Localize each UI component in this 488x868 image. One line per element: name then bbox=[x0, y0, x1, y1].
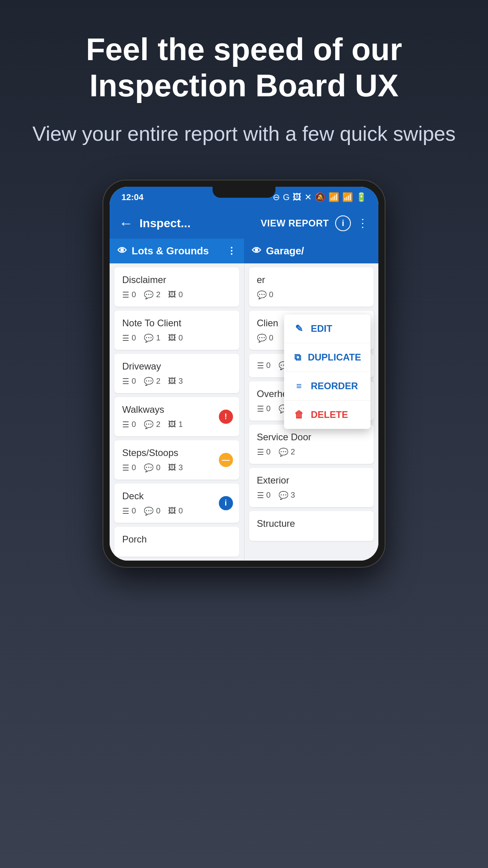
item-title: Steps/Stoops bbox=[122, 447, 231, 458]
menu-delete[interactable]: 🗑 DELETE bbox=[284, 401, 371, 429]
comment-icon: 💬 bbox=[144, 333, 154, 343]
photo-icon: 🖼 bbox=[168, 420, 176, 429]
comment-stat: 💬 2 bbox=[279, 447, 295, 457]
photo-stat: 🖼 3 bbox=[168, 463, 183, 472]
list-item[interactable]: Driveway ☰ 0 💬 2 🖼 bbox=[114, 354, 239, 393]
header-section: Feel the speed of our Inspection Board U… bbox=[0, 0, 488, 164]
edit-label: EDIT bbox=[311, 323, 332, 334]
back-button[interactable]: ← bbox=[119, 215, 133, 232]
photo-stat: 🖼 0 bbox=[168, 333, 183, 342]
item-stats: ☰ 0 💬 1 🖼 0 bbox=[122, 333, 231, 343]
delete-icon: 🗑 bbox=[294, 409, 305, 420]
item-title: Porch bbox=[122, 534, 231, 545]
duplicate-label: DUPLICATE bbox=[308, 352, 361, 363]
photo-icon: 🖼 bbox=[168, 463, 176, 472]
list-item[interactable]: Note To Client ☰ 0 💬 1 🖼 bbox=[114, 311, 239, 350]
list-count: 0 bbox=[266, 491, 271, 500]
status-badge-red: ! bbox=[219, 410, 233, 424]
list-item[interactable]: Exterior ☰ 0 💬 3 bbox=[249, 468, 374, 507]
list-stat: ☰ 0 bbox=[122, 420, 136, 429]
comment-count: 0 bbox=[156, 506, 160, 515]
comment-stat: 💬 0 bbox=[144, 506, 160, 516]
item-title: Disclaimer bbox=[122, 274, 231, 285]
tab-more-button[interactable]: ⋮ bbox=[227, 245, 236, 256]
comment-count: 0 bbox=[269, 333, 273, 342]
list-count: 0 bbox=[266, 447, 271, 456]
item-stats: ☰ 0 💬 0 🖼 0 bbox=[122, 506, 231, 516]
tab-garage[interactable]: 👁 Garage/ bbox=[244, 239, 378, 263]
list-stat: ☰ 0 bbox=[122, 377, 136, 386]
item-title: Driveway bbox=[122, 361, 231, 372]
list-item[interactable]: er 💬 0 bbox=[249, 267, 374, 307]
item-title: Walkways bbox=[122, 404, 231, 415]
comment-stat: 💬 0 bbox=[144, 463, 160, 473]
item-stats: ☰ 0 💬 0 🖼 3 bbox=[122, 463, 231, 473]
status-badge-blue: i bbox=[219, 496, 233, 510]
comment-stat: 💬 0 bbox=[257, 290, 273, 300]
mute-icon: 🔕 bbox=[315, 192, 325, 202]
menu-edit[interactable]: ✎ EDIT bbox=[284, 314, 371, 343]
list-count: 0 bbox=[266, 404, 271, 413]
info-button[interactable]: i bbox=[335, 215, 351, 231]
photo-count: 0 bbox=[178, 333, 183, 342]
list-item[interactable]: Disclaimer ☰ 0 💬 2 🖼 bbox=[114, 267, 239, 307]
comment-icon: 💬 bbox=[279, 491, 288, 500]
more-options-button[interactable]: ⋮ bbox=[357, 217, 369, 230]
list-stat: ☰ 0 bbox=[257, 491, 271, 500]
tab-lots-grounds[interactable]: 👁 Lots & Grounds ⋮ bbox=[110, 239, 244, 263]
photo-count: 1 bbox=[178, 420, 183, 429]
list-item[interactable]: Porch bbox=[114, 527, 239, 557]
item-stats: ☰ 0 💬 2 🖼 0 bbox=[122, 290, 231, 300]
comment-count: 3 bbox=[291, 491, 295, 500]
list-stat: ☰ 0 bbox=[257, 404, 271, 414]
comment-stat: 💬 3 bbox=[279, 491, 295, 500]
wifi-icon: 📶 bbox=[328, 192, 339, 202]
comment-stat: 💬 1 bbox=[144, 333, 160, 343]
delete-label: DELETE bbox=[311, 409, 348, 420]
list-icon: ☰ bbox=[257, 447, 264, 457]
list-stat: ☰ 0 bbox=[122, 506, 136, 516]
reorder-label: REORDER bbox=[311, 381, 358, 392]
list-icon: ☰ bbox=[257, 361, 264, 370]
info-icon: i bbox=[342, 218, 344, 228]
view-report-button[interactable]: VIEW REPORT bbox=[261, 218, 329, 229]
list-count: 0 bbox=[132, 333, 136, 342]
list-item[interactable]: Deck ☰ 0 💬 0 🖼 bbox=[114, 484, 239, 523]
left-column: Disclaimer ☰ 0 💬 2 🖼 bbox=[110, 263, 244, 561]
photo-icon: 🖼 bbox=[168, 333, 176, 342]
close-icon: ✕ bbox=[305, 192, 312, 202]
list-stat: ☰ 0 bbox=[257, 447, 271, 457]
list-icon: ☰ bbox=[122, 506, 129, 516]
menu-reorder[interactable]: ≡ REORDER bbox=[284, 372, 371, 401]
phone-notch bbox=[213, 187, 275, 198]
list-item[interactable]: Structure bbox=[249, 511, 374, 541]
list-item[interactable]: Steps/Stoops ☰ 0 💬 0 🖼 bbox=[114, 440, 239, 480]
comment-icon: 💬 bbox=[144, 420, 154, 429]
item-title: er bbox=[257, 274, 366, 285]
photo-count: 0 bbox=[178, 290, 183, 299]
photo-stat: 🖼 1 bbox=[168, 420, 183, 429]
comment-stat: 💬 2 bbox=[144, 290, 160, 300]
list-icon: ☰ bbox=[122, 333, 129, 343]
comment-count: 2 bbox=[156, 290, 160, 299]
list-item[interactable]: Service Door ☰ 0 💬 2 bbox=[249, 425, 374, 464]
comment-count: 2 bbox=[156, 377, 160, 386]
eye-icon-left: 👁 bbox=[117, 245, 127, 256]
photo-stat: 🖼 3 bbox=[168, 377, 183, 386]
photo-icon: 🖼 bbox=[168, 506, 176, 515]
reorder-icon: ≡ bbox=[294, 381, 305, 392]
section-tabs: 👁 Lots & Grounds ⋮ 👁 Garage/ bbox=[110, 239, 378, 263]
eye-icon-right: 👁 bbox=[252, 245, 261, 256]
photo-stat: 🖼 0 bbox=[168, 290, 183, 299]
item-title: Service Door bbox=[257, 432, 366, 443]
comment-count: 1 bbox=[156, 333, 160, 342]
menu-duplicate[interactable]: ⧉ DUPLICATE bbox=[284, 343, 371, 372]
list-item[interactable]: Walkways ☰ 0 💬 2 🖼 bbox=[114, 397, 239, 436]
status-badge-yellow: — bbox=[219, 453, 233, 467]
status-time: 12:04 bbox=[121, 192, 143, 202]
photo-count: 0 bbox=[178, 506, 183, 515]
google-icon: G bbox=[283, 192, 290, 202]
comment-count: 2 bbox=[156, 420, 160, 429]
list-stat: ☰ 0 bbox=[257, 361, 271, 370]
list-stat: ☰ 0 bbox=[122, 333, 136, 343]
